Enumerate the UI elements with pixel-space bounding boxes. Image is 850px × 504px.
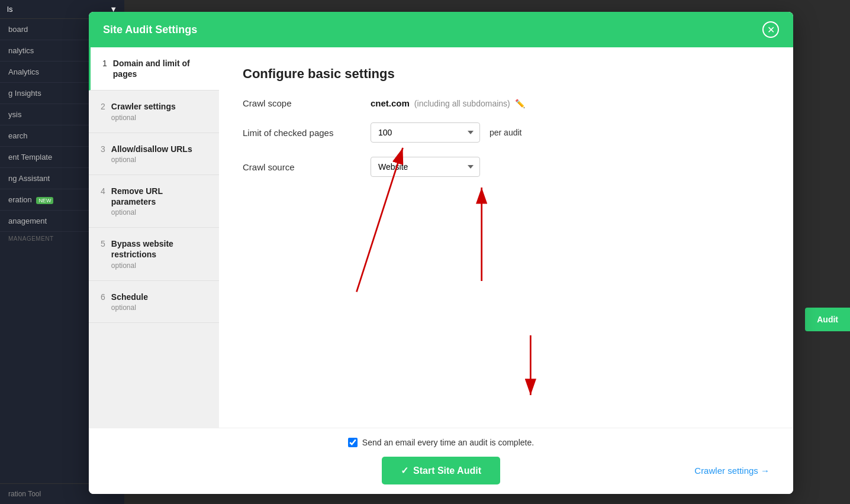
step-2-optional: optional — [111, 114, 176, 122]
limit-pages-row: Limit of checked pages 100 200 500 1000 … — [243, 122, 769, 143]
crawl-source-label: Crawl source — [243, 162, 361, 172]
crawler-settings-link[interactable]: Crawler settings → — [694, 466, 769, 476]
step-2-number: 2 — [101, 102, 105, 111]
step-5-label: Bypass website restrictions — [111, 238, 207, 260]
step-3-optional: optional — [111, 156, 192, 164]
site-audit-modal: Site Audit Settings ✕ 1 Domain and limit… — [89, 12, 793, 494]
crawl-source-row: Crawl source Website Sitemap Both — [243, 157, 769, 177]
step-6-number: 6 — [101, 292, 105, 302]
step-6[interactable]: 6 Schedule optional — [89, 281, 219, 323]
crawl-source-select[interactable]: Website Sitemap Both — [371, 157, 480, 177]
crawl-scope-value: cnet.com (including all subdomains) ✏️ — [371, 98, 525, 108]
step-3[interactable]: 3 Allow/disallow URLs optional — [89, 133, 219, 175]
step-3-label: Allow/disallow URLs — [111, 144, 192, 154]
step-6-label: Schedule — [111, 292, 148, 302]
new-badge: NEW — [36, 197, 53, 204]
email-checkbox-label[interactable]: Send an email every time an audit is com… — [362, 438, 534, 447]
steps-sidebar: 1 Domain and limit of pages 2 Crawler se… — [89, 47, 219, 428]
email-checkbox[interactable] — [348, 438, 358, 447]
step-3-number: 3 — [101, 144, 105, 154]
right-audit-button[interactable]: Audit — [805, 308, 850, 331]
start-audit-button[interactable]: ✓ Start Site Audit — [382, 457, 500, 484]
step-2-label: Crawler settings — [111, 101, 176, 112]
crawl-scope-note: (including all subdomains) — [414, 99, 510, 108]
step-4-label: Remove URL parameters — [111, 186, 207, 207]
step-4[interactable]: 4 Remove URL parameters optional — [89, 175, 219, 228]
step-1-label: Domain and limit of pages — [113, 58, 207, 79]
step-1-number: 1 — [102, 59, 107, 68]
per-audit-label: per audit — [490, 128, 521, 137]
step-5[interactable]: 5 Bypass website restrictions optional — [89, 228, 219, 280]
limit-pages-label: Limit of checked pages — [243, 128, 361, 138]
modal-close-button[interactable]: ✕ — [762, 21, 779, 38]
step-4-number: 4 — [101, 186, 105, 196]
footer-actions: ✓ Start Site Audit Crawler settings → — [112, 457, 769, 484]
crawl-scope-row: Crawl scope cnet.com (including all subd… — [243, 98, 769, 108]
step-4-optional: optional — [111, 208, 207, 217]
modal-body: 1 Domain and limit of pages 2 Crawler se… — [89, 47, 793, 428]
sidebar-dropdown-label: ls — [7, 5, 12, 14]
modal-header: Site Audit Settings ✕ — [89, 12, 793, 47]
email-checkbox-row: Send an email every time an audit is com… — [348, 438, 534, 447]
step-5-optional: optional — [111, 261, 207, 270]
crawl-scope-domain: cnet.com — [371, 98, 410, 108]
content-area: Configure basic settings Crawl scope cne… — [219, 47, 793, 428]
check-icon: ✓ — [401, 465, 408, 476]
crawl-scope-label: Crawl scope — [243, 98, 361, 108]
modal-title: Site Audit Settings — [103, 24, 197, 36]
edit-icon[interactable]: ✏️ — [515, 99, 525, 108]
content-title: Configure basic settings — [243, 66, 769, 82]
start-audit-label: Start Site Audit — [413, 466, 481, 476]
modal-footer: Send an email every time an audit is com… — [89, 428, 793, 494]
step-6-optional: optional — [111, 303, 148, 312]
step-5-number: 5 — [101, 239, 105, 248]
limit-pages-select[interactable]: 100 200 500 1000 — [371, 122, 480, 143]
step-2[interactable]: 2 Crawler settings optional — [89, 91, 219, 133]
step-1[interactable]: 1 Domain and limit of pages — [89, 47, 219, 91]
